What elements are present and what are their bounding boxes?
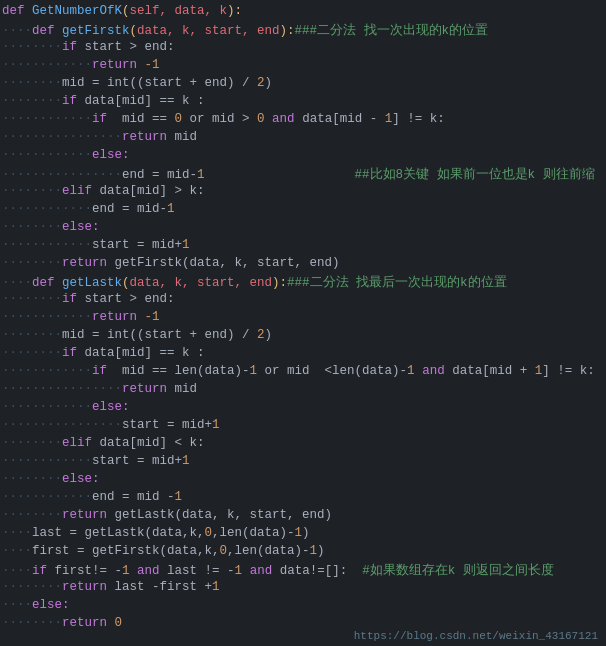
token-plain: getFirstk(data, k, start, end)	[115, 256, 340, 270]
line-content: ····def getFirstk(data, k, start, end):#…	[2, 22, 604, 39]
code-line: ········if start > end:	[0, 292, 606, 310]
token-plain: end = mid-	[122, 168, 197, 182]
line-content: ········else:	[2, 472, 604, 486]
code-line: ············start = mid+1	[0, 238, 606, 256]
footer-url: https://blog.csdn.net/weixin_43167121	[354, 630, 598, 642]
token-plain: ] != k:	[392, 112, 445, 126]
token-kw: return	[92, 310, 145, 324]
token-num: 0	[175, 112, 183, 126]
indent-dots: ········	[2, 76, 62, 90]
indent-dots: ············	[2, 112, 92, 126]
indent-dots: ····	[2, 544, 32, 558]
line-content: ····if first!= -1 and last != -1 and dat…	[2, 562, 604, 579]
line-content: ········elif data[mid] > k:	[2, 184, 604, 198]
token-plain: mid = int((start + end) /	[62, 76, 257, 90]
indent-dots: ············	[2, 58, 92, 72]
token-comment: #如果数组存在k 则返回之间长度	[347, 564, 554, 578]
token-bracket: (	[130, 24, 138, 38]
code-line: ········mid = int((start + end) / 2)	[0, 328, 606, 346]
indent-dots: ········	[2, 292, 62, 306]
code-line: ················start = mid+1	[0, 418, 606, 436]
token-bracket: ):	[272, 276, 287, 290]
line-content: ········return getFirstk(data, k, start,…	[2, 256, 604, 270]
token-num: -1	[145, 58, 160, 72]
token-plain	[242, 564, 250, 578]
token-plain: mid ==	[115, 112, 175, 126]
token-kw: return	[122, 382, 175, 396]
code-line: ············start = mid+1	[0, 454, 606, 472]
token-num: 1	[182, 454, 190, 468]
token-plain: start = mid+	[92, 238, 182, 252]
token-kw: elif	[62, 436, 100, 450]
token-plain: )	[317, 544, 325, 558]
token-num: 2	[257, 328, 265, 342]
line-content: ········if start > end:	[2, 40, 604, 54]
token-num: 1	[197, 168, 205, 182]
token-plain: end = mid-	[92, 202, 167, 216]
code-line: ····last = getLastk(data,k,0,len(data)-1…	[0, 526, 606, 544]
code-line: ········elif data[mid] > k:	[0, 184, 606, 202]
token-kw: def	[32, 24, 62, 38]
token-plain: data[mid -	[295, 112, 385, 126]
token-plain: ,len(data)-	[212, 526, 295, 540]
code-line: ········else:	[0, 472, 606, 490]
line-content: ····else:	[2, 598, 604, 612]
token-plain: )	[265, 76, 273, 90]
indent-dots: ········	[2, 220, 62, 234]
code-line: ················return mid	[0, 382, 606, 400]
token-num: 1	[295, 526, 303, 540]
token-plain: last -first +	[115, 580, 213, 594]
code-line: ····def getLastk(data, k, start, end):##…	[0, 274, 606, 292]
line-content: ················start = mid+1	[2, 418, 604, 432]
token-kw: return	[62, 256, 115, 270]
line-content: ············else:	[2, 400, 604, 414]
token-num: 1	[175, 490, 183, 504]
line-content: ········mid = int((start + end) / 2)	[2, 328, 604, 342]
token-bracket: ):	[227, 4, 242, 18]
token-num: 1	[310, 544, 318, 558]
code-line: ········if data[mid] == k :	[0, 94, 606, 112]
indent-dots: ············	[2, 148, 92, 162]
token-param: self, data, k	[130, 4, 228, 18]
line-content: ········elif data[mid] < k:	[2, 436, 604, 450]
token-plain: end = mid -	[92, 490, 175, 504]
token-plain: mid == len(data)-	[115, 364, 250, 378]
code-line: ····else:	[0, 598, 606, 616]
indent-dots: ················	[2, 382, 122, 396]
code-line: ············else:	[0, 400, 606, 418]
line-content: ········if data[mid] == k :	[2, 346, 604, 360]
token-plain: )	[265, 328, 273, 342]
token-kw: if	[92, 112, 115, 126]
line-content: ············end = mid -1	[2, 490, 604, 504]
token-plain: first!= -	[55, 564, 123, 578]
indent-dots: ········	[2, 508, 62, 522]
token-plain: start > end:	[85, 40, 175, 54]
code-line: ············end = mid-1	[0, 202, 606, 220]
token-plain: ,len(data)-	[227, 544, 310, 558]
code-container: def GetNumberOfK(self, data, k):····def …	[0, 0, 606, 646]
token-fn: GetNumberOfK	[32, 4, 122, 18]
code-line: ············end = mid -1	[0, 490, 606, 508]
line-content: ················return mid	[2, 130, 604, 144]
indent-dots: ················	[2, 418, 122, 432]
line-content: ············end = mid-1	[2, 202, 604, 216]
code-line: ················return mid	[0, 130, 606, 148]
indent-dots: ····	[2, 564, 32, 578]
token-bracket: (	[122, 4, 130, 18]
token-kw: return	[92, 58, 145, 72]
indent-dots: ················	[2, 168, 122, 182]
line-content: ········if start > end:	[2, 292, 604, 306]
indent-dots: ············	[2, 364, 92, 378]
line-content: ············return -1	[2, 310, 604, 324]
indent-dots: ············	[2, 238, 92, 252]
token-kw: and	[272, 112, 295, 126]
indent-dots: ········	[2, 328, 62, 342]
token-plain: data!=[]:	[272, 564, 347, 578]
line-content: ········return getLastk(data, k, start, …	[2, 508, 604, 522]
code-line: ········return last -first +1	[0, 580, 606, 598]
token-comment: ###二分法 找最后一次出现的k的位置	[287, 276, 507, 290]
code-line: ····def getFirstk(data, k, start, end):#…	[0, 22, 606, 40]
token-plain: mid	[175, 130, 198, 144]
token-plain: mid = int((start + end) /	[62, 328, 257, 342]
indent-dots: ····	[2, 24, 32, 38]
